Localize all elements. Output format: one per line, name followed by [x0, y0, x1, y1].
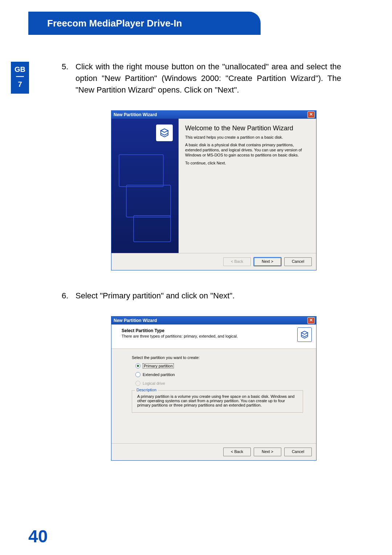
radio-icon — [135, 363, 140, 368]
next-button[interactable]: Next > — [254, 448, 281, 456]
step-6-number: 6. — [62, 290, 75, 302]
wizard2-titlebar: New Partition Wizard ✕ — [111, 317, 316, 325]
step-5: 5. Click with the right mouse button on … — [62, 61, 341, 96]
step-5-number: 5. — [62, 61, 75, 96]
wizard2-prompt: Select the partition you want to create: — [132, 355, 303, 360]
description-text: A primary partition is a volume you crea… — [137, 394, 295, 407]
wizard1-titlebar: New Partition Wizard ✕ — [111, 111, 316, 119]
wizard1-paragraph-2: A basic disk is a physical disk that con… — [185, 143, 308, 158]
body-column: 5. Click with the right mouse button on … — [62, 61, 341, 480]
wizard1-paragraph-1: This wizard helps you create a partition… — [185, 135, 308, 140]
back-button: < Back — [223, 257, 251, 266]
radio-primary-label: Primary partition — [143, 363, 174, 368]
radio-logical-label: Logical drive — [143, 381, 165, 385]
wizard2-window: New Partition Wizard ✕ Select Partition … — [111, 316, 317, 461]
radio-extended-partition[interactable]: Extended partition — [135, 372, 303, 377]
side-tab-divider: — — [11, 72, 29, 81]
wizard1-heading: Welcome to the New Partition Wizard — [185, 125, 308, 132]
wizard1-body: Welcome to the New Partition Wizard This… — [111, 119, 316, 253]
wizard2-body: Select the partition you want to create:… — [111, 349, 316, 443]
header-tab: Freecom MediaPlayer Drive-In — [28, 12, 261, 35]
back-button[interactable]: < Back — [223, 448, 251, 456]
wizard2-header-subtitle: There are three types of partitions: pri… — [122, 334, 311, 338]
step-6: 6. Select "Primary partition" and click … — [62, 290, 341, 302]
figure-wizard-partition-type: New Partition Wizard ✕ Select Partition … — [111, 316, 317, 461]
step-5-text: Click with the right mouse button on the… — [75, 61, 341, 96]
cancel-button[interactable]: Cancel — [284, 257, 312, 266]
wizard2-header: Select Partition Type There are three ty… — [111, 325, 316, 349]
wizard2-header-title: Select Partition Type — [122, 328, 311, 333]
next-button[interactable]: Next > — [254, 257, 281, 266]
side-tab: GB — 7 — [11, 62, 29, 94]
step-6-text: Select "Primary partition" and click on … — [75, 290, 341, 302]
cancel-button[interactable]: Cancel — [284, 448, 312, 456]
radio-extended-label: Extended partition — [143, 372, 175, 377]
page-number: 40 — [28, 526, 48, 546]
wizard1-window: New Partition Wizard ✕ — [111, 110, 317, 270]
wizard2-title: New Partition Wizard — [114, 318, 157, 323]
side-tab-chapter: 7 — [11, 80, 29, 89]
radio-icon — [135, 372, 140, 377]
disk-icon — [297, 327, 312, 342]
radio-primary-partition[interactable]: Primary partition — [135, 363, 303, 368]
wizard1-paragraph-3: To continue, click Next. — [185, 161, 308, 166]
wizard2-button-row: < Back Next > Cancel — [111, 443, 316, 460]
close-icon[interactable]: ✕ — [307, 317, 315, 324]
figure-wizard-welcome: New Partition Wizard ✕ — [111, 110, 317, 270]
radio-icon — [135, 381, 140, 386]
disk-stack-art — [116, 151, 174, 246]
wizard1-banner — [111, 119, 179, 253]
wizard1-button-row: < Back Next > Cancel — [111, 253, 316, 270]
wizard1-title: New Partition Wizard — [114, 112, 157, 117]
description-group: A primary partition is a volume you crea… — [132, 390, 303, 413]
wizard1-content: Welcome to the New Partition Wizard This… — [179, 119, 316, 253]
close-icon[interactable]: ✕ — [307, 111, 315, 118]
document-page: Freecom MediaPlayer Drive-In GB — 7 5. C… — [0, 0, 392, 555]
radio-logical-drive: Logical drive — [135, 381, 303, 386]
disk-icon — [156, 125, 173, 141]
header-title: Freecom MediaPlayer Drive-In — [47, 18, 182, 29]
